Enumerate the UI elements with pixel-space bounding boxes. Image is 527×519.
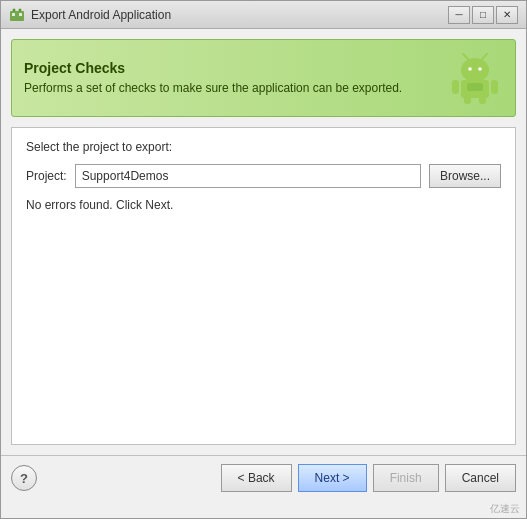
cancel-button[interactable]: Cancel bbox=[445, 464, 516, 492]
svg-rect-4 bbox=[19, 13, 22, 16]
select-project-label: Select the project to export: bbox=[26, 140, 501, 154]
svg-point-6 bbox=[468, 67, 472, 71]
finish-button[interactable]: Finish bbox=[373, 464, 439, 492]
svg-point-7 bbox=[478, 67, 482, 71]
banner-title: Project Checks bbox=[24, 60, 447, 76]
form-area: Select the project to export: Project: B… bbox=[11, 127, 516, 445]
svg-point-5 bbox=[461, 58, 489, 82]
watermark-text: 亿速云 bbox=[490, 502, 520, 516]
restore-button[interactable]: □ bbox=[472, 6, 494, 24]
title-bar: Export Android Application ─ □ ✕ bbox=[1, 1, 526, 29]
svg-point-2 bbox=[19, 8, 22, 11]
window-controls: ─ □ ✕ bbox=[448, 6, 518, 24]
next-button[interactable]: Next > bbox=[298, 464, 367, 492]
svg-rect-0 bbox=[10, 11, 24, 21]
svg-line-8 bbox=[463, 54, 468, 59]
form-spacer bbox=[26, 222, 501, 432]
dialog-body: Project Checks Performs a set of checks … bbox=[1, 29, 526, 455]
android-robot-icon bbox=[447, 50, 503, 106]
window-title: Export Android Application bbox=[31, 8, 448, 22]
project-field-label: Project: bbox=[26, 169, 67, 183]
svg-rect-3 bbox=[12, 13, 15, 16]
svg-rect-14 bbox=[479, 96, 486, 104]
svg-point-1 bbox=[13, 8, 16, 11]
export-dialog: Export Android Application ─ □ ✕ Project… bbox=[0, 0, 527, 519]
svg-rect-11 bbox=[452, 80, 459, 94]
status-text: No errors found. Click Next. bbox=[26, 198, 501, 212]
back-button[interactable]: < Back bbox=[221, 464, 292, 492]
svg-rect-12 bbox=[491, 80, 498, 94]
project-checks-banner: Project Checks Performs a set of checks … bbox=[11, 39, 516, 117]
project-input[interactable] bbox=[75, 164, 421, 188]
help-button[interactable]: ? bbox=[11, 465, 37, 491]
project-row: Project: Browse... bbox=[26, 164, 501, 188]
browse-button[interactable]: Browse... bbox=[429, 164, 501, 188]
button-bar: ? < Back Next > Finish Cancel bbox=[1, 455, 526, 500]
banner-description: Performs a set of checks to make sure th… bbox=[24, 80, 447, 97]
svg-rect-15 bbox=[467, 83, 483, 91]
watermark-area: 亿速云 bbox=[1, 500, 526, 518]
window-icon bbox=[9, 7, 25, 23]
header-text-area: Project Checks Performs a set of checks … bbox=[24, 60, 447, 97]
svg-line-9 bbox=[482, 54, 487, 59]
svg-rect-13 bbox=[464, 96, 471, 104]
minimize-button[interactable]: ─ bbox=[448, 6, 470, 24]
close-button[interactable]: ✕ bbox=[496, 6, 518, 24]
